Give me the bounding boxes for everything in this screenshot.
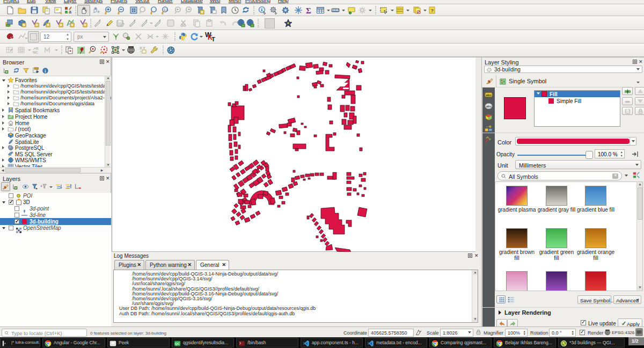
svg-text:QC: QC [175, 342, 180, 345]
svg-text:*: * [4, 342, 6, 346]
